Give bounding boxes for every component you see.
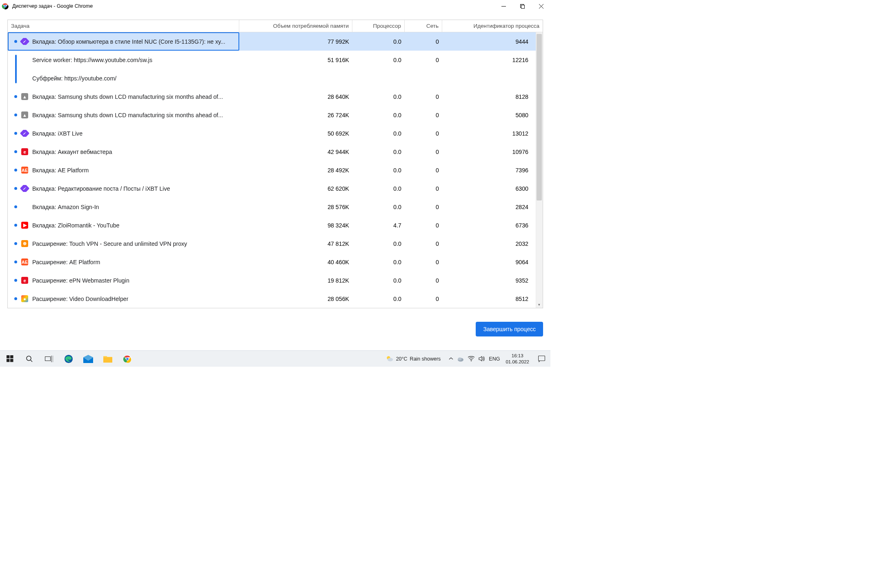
minimize-button[interactable] (494, 0, 513, 12)
start-button[interactable] (0, 351, 20, 367)
cell-memory: 77 992K (239, 38, 352, 45)
table-row[interactable]: aВкладка: Amazon Sign-In28 576K0.002824 (8, 198, 536, 216)
process-dot-icon (14, 187, 17, 190)
onedrive-icon[interactable] (457, 356, 464, 362)
svg-rect-8 (7, 359, 10, 362)
table-header[interactable]: Задача Объем потребляемой памяти Процесс… (8, 20, 543, 32)
process-dot-icon (14, 40, 17, 43)
maximize-button[interactable] (513, 0, 532, 12)
language-indicator[interactable]: ENG (489, 356, 500, 362)
cell-pid: 2032 (442, 241, 536, 247)
cell-pid: 6736 (442, 222, 536, 229)
cell-network: 0 (405, 204, 442, 210)
cell-memory: 28 640K (239, 94, 352, 100)
chrome-app-icon (123, 354, 132, 363)
window-title: Диспетчер задач - Google Chrome (12, 3, 494, 9)
cell-cpu: 0.0 (352, 185, 405, 192)
edge-icon (64, 354, 73, 363)
cell-memory: 98 324K (239, 222, 352, 229)
vdh-icon: ● (21, 295, 28, 302)
ixbt-icon: i (20, 185, 29, 192)
cell-network: 0 (405, 38, 442, 45)
titlebar: Диспетчер задач - Google Chrome (0, 0, 550, 12)
taskbar-app-mail[interactable] (78, 351, 98, 367)
weather-desc: Rain showers (410, 356, 441, 362)
cell-cpu: 0.0 (352, 204, 405, 210)
table-row[interactable]: eВкладка: Аккаунт вебмастера42 944K0.001… (8, 143, 536, 161)
scrollbar-down-icon[interactable]: ▾ (536, 301, 543, 308)
svg-point-15 (126, 358, 129, 360)
ixbt-icon: i (20, 130, 29, 137)
cell-cpu: 0.0 (352, 296, 405, 302)
action-center-button[interactable] (535, 351, 548, 367)
table-row[interactable]: iВкладка: Обзор компьютера в стиле Intel… (8, 32, 536, 51)
table-row[interactable]: iВкладка: Редактирование поста / Посты /… (8, 179, 536, 198)
system-tray[interactable] (449, 356, 485, 362)
samsung-icon: ▲ (21, 111, 28, 118)
task-view-button[interactable] (39, 351, 59, 367)
weather-icon (385, 355, 394, 363)
cell-cpu: 4.7 (352, 222, 405, 229)
taskbar-app-edge[interactable] (59, 351, 78, 367)
cell-network: 0 (405, 57, 442, 63)
svg-rect-5 (521, 5, 524, 8)
cell-memory: 62 620K (239, 185, 352, 192)
cell-network: 0 (405, 94, 442, 100)
table-row[interactable]: ⊕Расширение: Touch VPN - Secure and unli… (8, 234, 536, 253)
windows-icon (7, 355, 13, 362)
cell-pid: 8128 (442, 94, 536, 100)
task-name: Вкладка: Amazon Sign-In (32, 204, 99, 210)
weather-temp: 20°C (396, 356, 408, 362)
task-name: Вкладка: Редактирование поста / Посты / … (32, 185, 170, 192)
cell-network: 0 (405, 222, 442, 229)
column-header-memory[interactable]: Объем потребляемой памяти (239, 20, 352, 32)
ae-icon: AE (21, 167, 28, 174)
table-row[interactable]: AEВкладка: AE Platform28 492K0.007396 (8, 161, 536, 179)
scrollbar-track[interactable]: ▾ (536, 32, 543, 308)
table-row[interactable]: ▶Вкладка: ZloiRomantik - YouTube98 324K4… (8, 216, 536, 234)
volume-icon[interactable] (479, 356, 485, 361)
column-header-task[interactable]: Задача (8, 20, 239, 32)
process-dot-icon (14, 169, 17, 172)
taskbar-app-chrome[interactable] (118, 351, 137, 367)
cell-network: 0 (405, 112, 442, 118)
cell-memory: 40 460K (239, 259, 352, 265)
svg-point-19 (458, 357, 462, 360)
taskbar-app-explorer[interactable] (98, 351, 118, 367)
column-header-pid[interactable]: Идентификатор процесса (442, 20, 543, 32)
svg-rect-9 (10, 359, 13, 362)
cell-pid: 9444 (442, 38, 536, 45)
process-dot-icon (14, 224, 17, 227)
column-header-network[interactable]: Сеть (405, 20, 442, 32)
column-header-cpu[interactable]: Процессор (352, 20, 405, 32)
cell-network: 0 (405, 277, 442, 284)
chevron-up-icon[interactable] (449, 356, 453, 361)
end-process-button[interactable]: Завершить процесс (476, 322, 543, 336)
table-row[interactable]: AEРасширение: AE Platform40 460K0.009064 (8, 253, 536, 271)
table-row[interactable]: Субфрейм: https://youtube.com/ (8, 69, 536, 87)
task-name: Вкладка: Samsung shuts down LCD manufact… (32, 94, 223, 100)
table-row[interactable]: eРасширение: ePN Webmaster Plugin19 812K… (8, 271, 536, 290)
wifi-icon[interactable] (468, 356, 474, 361)
cell-memory: 26 724K (239, 112, 352, 118)
scrollbar-thumb[interactable] (537, 34, 542, 200)
weather-widget[interactable]: 20°C Rain showers (385, 355, 445, 363)
task-name: Вкладка: Аккаунт вебмастера (32, 149, 112, 155)
task-name: Вкладка: ZloiRomantik - YouTube (32, 222, 119, 229)
amazon-icon: a (21, 203, 28, 210)
search-button[interactable] (20, 351, 39, 367)
chrome-icon (2, 2, 9, 10)
task-name: Расширение: Touch VPN - Secure and unlim… (32, 241, 187, 247)
cell-network: 0 (405, 241, 442, 247)
table-row[interactable]: iВкладка: iXBT Live50 692K0.0013012 (8, 124, 536, 143)
process-dot-icon (14, 114, 17, 116)
table-row[interactable]: ▲Вкладка: Samsung shuts down LCD manufac… (8, 87, 536, 106)
table-row[interactable]: ●Расширение: Video DownloadHelper28 056K… (8, 290, 536, 308)
table-row[interactable]: ▲Вкладка: Samsung shuts down LCD manufac… (8, 106, 536, 124)
clock[interactable]: 16:13 01.06.2022 (504, 353, 531, 365)
task-name: Расширение: ePN Webmaster Plugin (32, 277, 129, 284)
close-button[interactable] (532, 0, 550, 12)
table-row[interactable]: Service worker: https://www.youtube.com/… (8, 51, 536, 69)
process-dot-icon (14, 297, 17, 300)
task-name: Service worker: https://www.youtube.com/… (32, 57, 152, 63)
